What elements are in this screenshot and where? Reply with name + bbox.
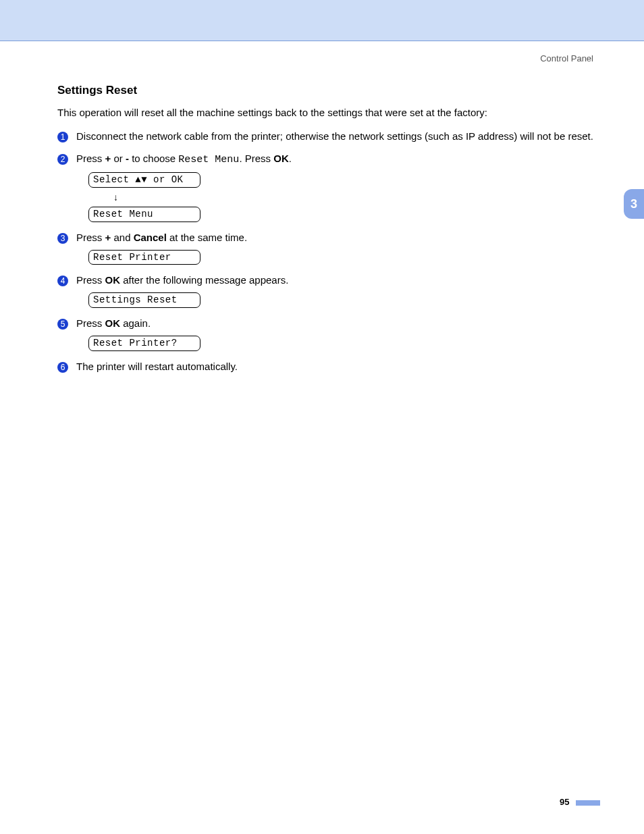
- page-number: 95: [560, 797, 569, 807]
- step-5: 5 Press OK again. Reset Printer?: [57, 317, 600, 354]
- section-title: Settings Reset: [57, 84, 600, 97]
- text: Press: [76, 153, 105, 164]
- breadcrumb: Control Panel: [0, 41, 644, 63]
- text: and: [111, 232, 133, 243]
- text: Press: [76, 232, 105, 243]
- step-text: Press + and Cancel at the same time.: [76, 232, 600, 243]
- step-6: 6 The printer will restart automatically…: [57, 361, 600, 376]
- key-plus: +: [105, 232, 111, 243]
- key-plus: +: [105, 153, 111, 164]
- key-ok: OK: [105, 317, 121, 329]
- step-bullet: 1: [57, 132, 68, 142]
- text: .: [289, 153, 292, 164]
- text: or: [111, 153, 126, 164]
- step-1: 1 Disconnect the network cable from the …: [57, 130, 600, 146]
- step-3: 3 Press + and Cancel at the same time. R…: [57, 232, 600, 268]
- step-body: Press + or - to choose Reset Menu. Press…: [76, 153, 600, 225]
- step-body: Press + and Cancel at the same time. Res…: [76, 232, 600, 268]
- step-bullet: 6: [57, 362, 68, 373]
- step-text: Disconnect the network cable from the pr…: [76, 130, 600, 142]
- text: at the same time.: [167, 232, 247, 243]
- step-4: 4 Press OK after the following message a…: [57, 274, 600, 311]
- top-band: [0, 0, 644, 41]
- text: again.: [120, 317, 151, 329]
- section-intro: This operation will reset all the machin…: [57, 107, 600, 118]
- key-ok: OK: [273, 153, 289, 164]
- text: . Press: [239, 153, 273, 164]
- step-text: The printer will restart automatically.: [76, 361, 600, 372]
- step-2: 2 Press + or - to choose Reset Menu. Pre…: [57, 153, 600, 225]
- step-body: Disconnect the network cable from the pr…: [76, 130, 600, 146]
- step-bullet: 2: [57, 154, 68, 165]
- step-body: The printer will restart automatically.: [76, 361, 600, 376]
- step-bullet: 4: [57, 276, 68, 286]
- chapter-tab: 3: [624, 189, 644, 219]
- lcd-display: Reset Menu: [88, 207, 200, 222]
- text: Press: [76, 317, 105, 329]
- footer-accent-bar: [576, 800, 600, 806]
- text: Press: [76, 274, 105, 286]
- content-area: Settings Reset This operation will reset…: [0, 63, 644, 376]
- page-footer: 95: [560, 797, 600, 807]
- text: after the following message appears.: [120, 274, 288, 286]
- lcd-display: Select ▲▼ or OK: [88, 172, 200, 188]
- step-body: Press OK after the following message app…: [76, 274, 600, 311]
- page: Control Panel 3 Settings Reset This oper…: [0, 0, 644, 834]
- arrow-down-icon: ↓: [113, 190, 600, 204]
- text: to choose: [129, 153, 178, 164]
- lcd-display: Settings Reset: [88, 292, 200, 308]
- key-ok: OK: [105, 274, 121, 286]
- step-bullet: 3: [57, 233, 68, 244]
- step-bullet: 5: [57, 319, 68, 330]
- step-body: Press OK again. Reset Printer?: [76, 317, 600, 354]
- key-cancel: Cancel: [134, 232, 167, 243]
- step-text: Press OK again.: [76, 317, 600, 329]
- step-text: Press OK after the following message app…: [76, 274, 600, 286]
- lcd-display: Reset Printer: [88, 250, 200, 265]
- step-text: Press + or - to choose Reset Menu. Press…: [76, 153, 600, 165]
- menu-name: Reset Menu: [178, 154, 239, 165]
- lcd-display: Reset Printer?: [88, 336, 200, 351]
